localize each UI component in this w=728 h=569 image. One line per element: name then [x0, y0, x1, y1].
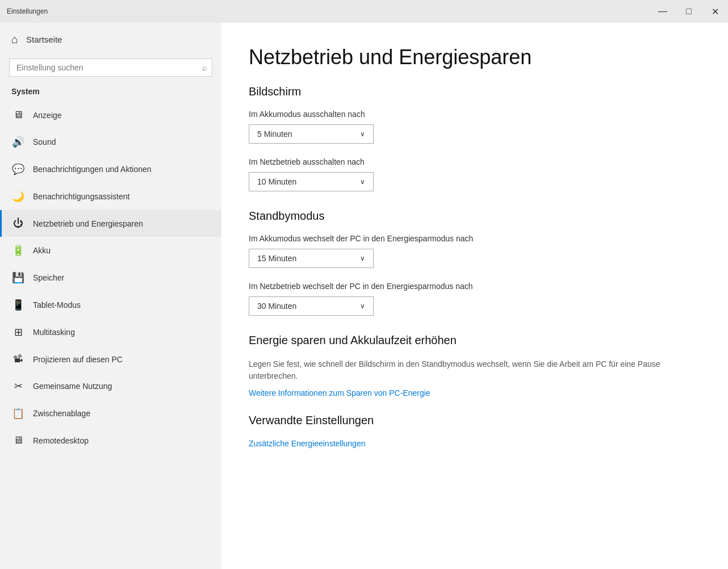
share-icon: ✂	[11, 380, 25, 392]
power-icon: ⏻	[11, 217, 25, 229]
sidebar-item-label: Anzeige	[33, 111, 62, 120]
sound-icon: 🔊	[11, 136, 25, 148]
standby-netz-label: Im Netzbetrieb wechselt der PC in den En…	[249, 282, 701, 291]
standby-netz-dropdown[interactable]: 30 Minuten ∨	[249, 296, 374, 316]
sidebar-item-benachrichtigungen[interactable]: 💬 Benachrichtigungen und Aktionen	[0, 156, 221, 183]
sidebar-item-label: Projizieren auf diesen PC	[33, 355, 123, 364]
clipboard-icon: 📋	[11, 407, 25, 420]
sidebar-item-label: Zwischenablage	[33, 409, 90, 418]
bildschirm-netz-value: 10 Minuten	[257, 177, 296, 186]
standby-netz-value: 30 Minuten	[257, 302, 296, 311]
sidebar-item-multitasking[interactable]: ⊞ Multitasking	[0, 319, 221, 346]
sidebar-item-home[interactable]: ⌂ Startseite	[0, 23, 221, 56]
main-layout: ⌂ Startseite ⌕ System 🖥 Anzeige 🔊 Sound …	[0, 23, 728, 569]
netz-ausschalten-label: Im Netzbetrieb ausschalten nach	[249, 157, 701, 166]
storage-icon: 💾	[11, 271, 25, 284]
battery-icon: 🔋	[11, 244, 25, 257]
display-icon: 🖥	[11, 109, 25, 121]
energie-section: Energie sparen und Akkulaufzeit erhöhen …	[249, 334, 701, 398]
chevron-down-icon: ∨	[360, 302, 365, 310]
sidebar-item-label: Benachrichtigungsassistent	[33, 192, 129, 201]
notifications-icon: 💬	[11, 163, 25, 175]
standby-akku-label: Im Akkumodus wechselt der PC in den Ener…	[249, 234, 701, 243]
sidebar-item-label: Tablet-Modus	[33, 300, 81, 309]
bildschirm-akku-value: 5 Minuten	[257, 129, 292, 139]
sidebar-item-label: Akku	[33, 246, 51, 255]
home-icon: ⌂	[11, 33, 18, 46]
sidebar-item-remotedesktop[interactable]: 🖥 Remotedesktop	[0, 427, 221, 454]
sidebar-item-zwischenablage[interactable]: 📋 Zwischenablage	[0, 400, 221, 427]
page-title: Netzbetrieb und Energiesparen	[249, 45, 701, 69]
standby-title: Standbymodus	[249, 210, 701, 223]
bildschirm-section: Bildschirm Im Akkumodus ausschalten nach…	[249, 85, 701, 191]
akku-ausschalten-label: Im Akkumodus ausschalten nach	[249, 110, 701, 119]
sidebar-item-label: Gemeinsame Nutzung	[33, 382, 112, 391]
sidebar-item-label: Netzbetrieb und Energiesparen	[33, 219, 143, 228]
sidebar-item-label: Sound	[33, 137, 56, 147]
project-icon: 📽	[11, 353, 25, 365]
energie-description: Legen Sie fest, wie schnell der Bildschi…	[249, 358, 692, 382]
tablet-icon: 📱	[11, 299, 25, 311]
multitasking-icon: ⊞	[11, 326, 25, 338]
bildschirm-title: Bildschirm	[249, 85, 701, 98]
standby-akku-dropdown[interactable]: 15 Minuten ∨	[249, 249, 374, 268]
sidebar-item-label: Benachrichtigungen und Aktionen	[33, 165, 152, 174]
sidebar: ⌂ Startseite ⌕ System 🖥 Anzeige 🔊 Sound …	[0, 23, 221, 569]
sidebar-search: ⌕	[9, 58, 212, 77]
standby-akku-value: 15 Minuten	[257, 254, 296, 263]
sidebar-item-speicher[interactable]: 💾 Speicher	[0, 264, 221, 291]
sidebar-item-label: Speicher	[33, 273, 64, 282]
sidebar-item-sound[interactable]: 🔊 Sound	[0, 128, 221, 156]
sidebar-item-akku[interactable]: 🔋 Akku	[0, 237, 221, 264]
verwandte-title: Verwandte Einstellungen	[249, 414, 701, 427]
titlebar: Einstellungen — □ ✕	[0, 0, 728, 23]
sidebar-item-anzeige[interactable]: 🖥 Anzeige	[0, 102, 221, 128]
chevron-down-icon: ∨	[360, 254, 365, 262]
sidebar-item-tablet[interactable]: 📱 Tablet-Modus	[0, 291, 221, 319]
energie-title: Energie sparen und Akkulaufzeit erhöhen	[249, 334, 701, 347]
chevron-down-icon: ∨	[360, 178, 365, 186]
minimize-button[interactable]: —	[650, 0, 676, 23]
titlebar-title: Einstellungen	[7, 7, 48, 15]
energie-link[interactable]: Weitere Informationen zum Sparen von PC-…	[249, 388, 430, 398]
verwandte-section: Verwandte Einstellungen Zusätzliche Ener…	[249, 414, 701, 449]
sidebar-item-netzbetrieb[interactable]: ⏻ Netzbetrieb und Energiesparen	[0, 210, 221, 237]
verwandte-link[interactable]: Zusätzliche Energieeinstellungen	[249, 439, 365, 448]
sidebar-item-label: Remotedesktop	[33, 436, 89, 445]
assistant-icon: 🌙	[11, 190, 25, 203]
sidebar-home-label: Startseite	[26, 35, 62, 44]
bildschirm-netz-dropdown[interactable]: 10 Minuten ∨	[249, 172, 374, 191]
chevron-down-icon: ∨	[360, 130, 365, 138]
remote-icon: 🖥	[11, 434, 25, 446]
standby-section: Standbymodus Im Akkumodus wechselt der P…	[249, 210, 701, 316]
sidebar-item-label: Multitasking	[33, 328, 75, 337]
sidebar-item-assistent[interactable]: 🌙 Benachrichtigungsassistent	[0, 183, 221, 210]
sidebar-item-projizieren[interactable]: 📽 Projizieren auf diesen PC	[0, 346, 221, 373]
content-area: Netzbetrieb und Energiesparen Bildschirm…	[221, 23, 728, 569]
search-icon: ⌕	[202, 63, 207, 72]
close-button[interactable]: ✕	[702, 0, 728, 23]
search-input[interactable]	[9, 58, 212, 77]
sidebar-section-label: System	[0, 83, 221, 102]
titlebar-controls: — □ ✕	[650, 0, 728, 23]
sidebar-item-gemeinsam[interactable]: ✂ Gemeinsame Nutzung	[0, 373, 221, 400]
maximize-button[interactable]: □	[676, 0, 702, 23]
bildschirm-akku-dropdown[interactable]: 5 Minuten ∨	[249, 124, 374, 144]
